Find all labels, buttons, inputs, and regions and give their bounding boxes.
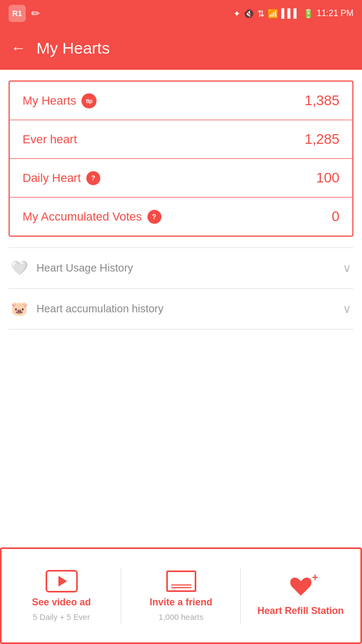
bottom-tab-bar: See video ad 5 Daily + 5 Ever Invite a f… [0, 547, 362, 644]
daily-heart-row: Daily Heart ? 100 [10, 159, 352, 197]
accumulated-votes-row: My Accumulated Votes ? 0 [10, 197, 352, 236]
heart-svg [287, 574, 314, 601]
envelope-body [166, 570, 196, 592]
content-spacer [0, 330, 362, 431]
status-time: 11:21 PM [317, 9, 353, 18]
heart-history-icon: 🤍 [11, 260, 28, 276]
accumulated-votes-question-badge[interactable]: ? [147, 210, 161, 224]
daily-heart-label: Daily Heart ? [23, 171, 100, 185]
envelope-lines [171, 584, 191, 588]
heart-usage-history-row[interactable]: 🤍 Heart Usage History ∨ [0, 248, 362, 288]
chevron-down-icon-2: ∨ [343, 302, 351, 316]
my-hearts-text: My Hearts [23, 94, 76, 108]
heart-usage-history-label: Heart Usage History [36, 262, 133, 274]
heart-usage-history-left: 🤍 Heart Usage History [11, 260, 133, 276]
ever-heart-label: Ever heart [23, 133, 77, 147]
data-icon: ⇅ [257, 9, 264, 19]
app-icon: R1 [9, 5, 26, 22]
invite-friend-sublabel: 1,000 hearts [159, 612, 203, 621]
see-video-ad-label: See video ad [32, 597, 91, 609]
daily-heart-question-badge[interactable]: ? [86, 171, 100, 185]
my-hearts-label: My Hearts tip [23, 93, 97, 108]
page-title: My Hearts [36, 39, 110, 57]
video-ad-icon [46, 570, 78, 592]
invite-icon [166, 570, 196, 592]
status-left-icons: R1 ✏ [9, 5, 40, 22]
pencil-icon: ✏ [31, 7, 40, 20]
stats-card: My Hearts tip 1,385 Ever heart 1,285 Dai… [9, 80, 353, 237]
heart-refill-station-tab[interactable]: + Heart Refill Station [241, 549, 360, 642]
back-button[interactable]: ← [11, 40, 26, 57]
heart-accumulation-history-row[interactable]: 🐷 Heart accumulation history ∨ [0, 289, 362, 329]
heart-refill-icon: + [287, 574, 314, 601]
daily-heart-value: 100 [316, 170, 339, 186]
status-bar: R1 ✏ ✦ 🔇 ⇅ 📶 ▌▌▌ 🔋 11:21 PM [0, 0, 362, 27]
my-hearts-row: My Hearts tip 1,385 [10, 82, 352, 120]
ever-heart-text: Ever heart [23, 133, 77, 147]
header: ← My Hearts [0, 27, 362, 70]
piggy-bank-icon: 🐷 [11, 301, 28, 317]
heart-refill-station-label: Heart Refill Station [257, 605, 344, 617]
heart-accumulation-history-label: Heart accumulation history [36, 303, 164, 315]
envelope-line-2 [171, 587, 191, 588]
invite-friend-label: Invite a friend [150, 597, 212, 609]
accumulated-votes-value: 0 [332, 208, 339, 225]
accumulated-votes-text: My Accumulated Votes [23, 210, 142, 224]
see-video-ad-sublabel: 5 Daily + 5 Ever [33, 612, 90, 621]
invite-friend-tab[interactable]: Invite a friend 1,000 hearts [121, 549, 241, 642]
plus-badge: + [312, 572, 319, 583]
ever-heart-row: Ever heart 1,285 [10, 120, 352, 159]
wifi-icon: 📶 [268, 9, 278, 19]
tip-badge: tip [82, 93, 97, 108]
status-right-icons: ✦ 🔇 ⇅ 📶 ▌▌▌ 🔋 11:21 PM [233, 9, 354, 19]
mute-icon: 🔇 [243, 9, 254, 19]
chevron-down-icon: ∨ [343, 261, 351, 275]
signal-icon: ▌▌▌ [282, 9, 300, 18]
daily-heart-text: Daily Heart [23, 171, 81, 185]
my-hearts-value: 1,385 [305, 92, 339, 109]
bluetooth-icon: ✦ [233, 9, 240, 19]
battery-icon: 🔋 [303, 9, 314, 19]
play-triangle [58, 576, 67, 587]
envelope-line-1 [171, 584, 191, 586]
see-video-ad-tab[interactable]: See video ad 5 Daily + 5 Ever [2, 549, 121, 642]
heart-accumulation-history-left: 🐷 Heart accumulation history [11, 301, 164, 317]
ever-heart-value: 1,285 [305, 131, 339, 148]
accumulated-votes-label: My Accumulated Votes ? [23, 210, 161, 224]
